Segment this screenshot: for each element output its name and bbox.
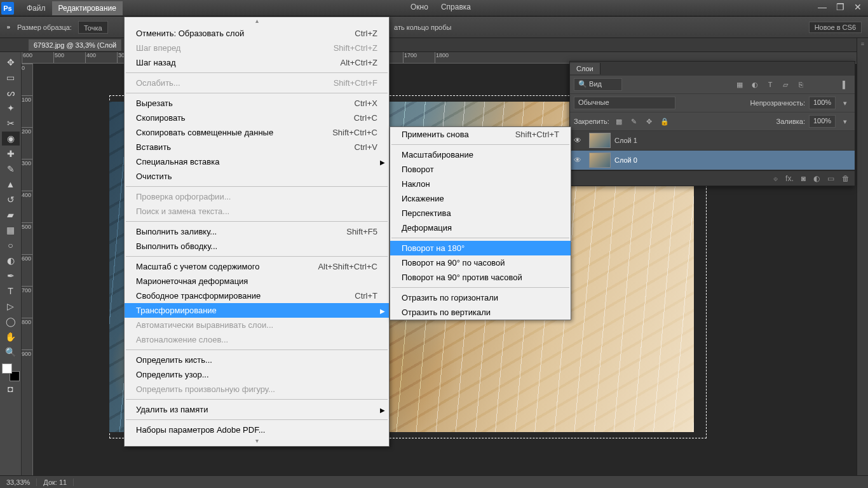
- eraser-tool[interactable]: ▰: [2, 208, 20, 222]
- menu-item[interactable]: Выполнить заливку...Shift+F5: [125, 224, 389, 239]
- quickmask-tool[interactable]: ◘: [2, 382, 20, 396]
- right-dock[interactable]: ≡: [857, 38, 868, 475]
- menu-window[interactable]: Окно: [404, 0, 435, 14]
- fill-arrow-icon[interactable]: ▾: [839, 116, 851, 127]
- type-tool[interactable]: T: [2, 284, 20, 298]
- lock-all-icon[interactable]: 🔒: [659, 116, 670, 127]
- menu-item[interactable]: Свободное трансформированиеCtrl+T: [125, 288, 389, 303]
- menu-item[interactable]: Трансформирование▶: [125, 303, 389, 318]
- layer-row[interactable]: 👁Слой 0: [570, 151, 855, 170]
- menu-item[interactable]: Перспектива: [390, 206, 571, 220]
- doc-info[interactable]: Док: 11: [37, 478, 74, 486]
- eyedropper-tool[interactable]: ◉: [2, 132, 20, 146]
- menu-item[interactable]: Определить узор...: [125, 367, 389, 382]
- layer-filter-dropdown[interactable]: 🔍 Вид: [574, 78, 622, 91]
- sample-size-dropdown[interactable]: Точка: [78, 21, 108, 34]
- new-layer-icon[interactable]: 🗑: [842, 174, 850, 183]
- menu-item[interactable]: Искажение: [390, 191, 571, 206]
- visibility-icon[interactable]: 👁: [574, 156, 585, 165]
- history-brush-tool[interactable]: ↺: [2, 193, 20, 207]
- filter-type-icon[interactable]: T: [764, 79, 776, 90]
- menu-edit[interactable]: Редактирование: [52, 1, 123, 15]
- menu-item[interactable]: Наклон: [390, 177, 571, 191]
- layer-thumbnail[interactable]: [589, 152, 611, 168]
- layer-name[interactable]: Слой 1: [614, 137, 637, 144]
- menu-scroll-down[interactable]: ▾: [125, 437, 389, 446]
- lock-position-icon[interactable]: ✥: [644, 116, 655, 127]
- menu-item[interactable]: СкопироватьCtrl+C: [125, 111, 389, 125]
- stamp-tool[interactable]: ▲: [2, 177, 20, 191]
- lock-pixels-icon[interactable]: ▩: [613, 116, 625, 127]
- pen-tool[interactable]: ✒: [2, 269, 20, 283]
- menu-item[interactable]: Деформация: [390, 220, 571, 235]
- blend-mode-dropdown[interactable]: Обычные: [574, 97, 675, 109]
- fill-field[interactable]: 100%: [809, 115, 836, 128]
- menu-item[interactable]: Отменить: Образовать слойCtrl+Z: [125, 26, 389, 41]
- minimize-button[interactable]: —: [813, 3, 831, 14]
- layer-name[interactable]: Слой 0: [614, 156, 637, 164]
- menu-item[interactable]: Поворот: [390, 162, 571, 177]
- menu-item[interactable]: Поворот на 90° по часовой: [390, 255, 571, 270]
- menu-item[interactable]: Марионеточная деформация: [125, 274, 389, 288]
- dodge-tool[interactable]: ◐: [2, 254, 20, 268]
- menu-item[interactable]: ВырезатьCtrl+X: [125, 96, 389, 111]
- crop-tool[interactable]: ✂: [2, 116, 20, 130]
- marquee-tool[interactable]: ▭: [2, 71, 20, 85]
- layers-tab[interactable]: Слои: [570, 63, 600, 74]
- menu-item[interactable]: Специальная вставка▶: [125, 154, 389, 169]
- filter-toggle[interactable]: ▌: [839, 79, 851, 90]
- filter-pixel-icon[interactable]: ▦: [734, 79, 745, 90]
- shape-tool[interactable]: ◯: [2, 315, 20, 329]
- foreground-color[interactable]: [2, 363, 12, 374]
- maximize-button[interactable]: ❐: [831, 3, 849, 14]
- menu-item[interactable]: Удалить из памяти▶: [125, 402, 389, 417]
- menu-file[interactable]: Файл: [20, 1, 52, 15]
- brush-tool[interactable]: ✎: [2, 162, 20, 176]
- document-tab[interactable]: 67932.jpg @ 33,3% (Слой: [29, 39, 122, 51]
- menu-scroll-up[interactable]: ▴: [125, 17, 389, 26]
- menu-item[interactable]: Масштаб с учетом содержимогоAlt+Shift+Ct…: [125, 259, 389, 274]
- mask-icon[interactable]: ◙: [801, 174, 806, 183]
- lock-brush-icon[interactable]: ✎: [628, 116, 640, 127]
- menu-help[interactable]: Справка: [435, 0, 477, 14]
- menu-item[interactable]: Отразить по вертикали: [390, 305, 571, 320]
- blur-tool[interactable]: ○: [2, 238, 20, 252]
- close-button[interactable]: ✕: [849, 3, 867, 14]
- menu-item[interactable]: Масштабирование: [390, 147, 571, 162]
- menu-item[interactable]: Отразить по горизонтали: [390, 290, 571, 305]
- filter-smart-icon[interactable]: ⎘: [795, 79, 806, 90]
- path-tool[interactable]: ▷: [2, 299, 20, 313]
- wand-tool[interactable]: ✦: [2, 101, 20, 115]
- menu-item[interactable]: Поворот на 90° против часовой: [390, 270, 571, 285]
- filter-shape-icon[interactable]: ▱: [780, 79, 791, 90]
- new-in-cs6-dropdown[interactable]: Новое в CS6: [809, 22, 862, 33]
- menu-item[interactable]: Шаг назадAlt+Ctrl+Z: [125, 55, 389, 70]
- color-swatches[interactable]: [2, 363, 20, 381]
- menu-item[interactable]: Очистить: [125, 169, 389, 184]
- adjustment-icon[interactable]: ◐: [813, 174, 820, 183]
- menu-item[interactable]: Скопировать совмещенные данныеShift+Ctrl…: [125, 125, 389, 140]
- menu-item[interactable]: Поворот на 180°: [390, 241, 571, 255]
- zoom-tool[interactable]: 🔍: [2, 345, 20, 359]
- link-icon[interactable]: ⟐: [773, 174, 778, 183]
- layer-row[interactable]: 👁Слой 1: [570, 131, 855, 151]
- menu-item[interactable]: Выполнить обводку...: [125, 239, 389, 254]
- lasso-tool[interactable]: ᔕ: [2, 86, 20, 100]
- menu-item[interactable]: Применить сноваShift+Ctrl+T: [390, 127, 571, 142]
- layer-thumbnail[interactable]: [589, 133, 611, 148]
- heal-tool[interactable]: ✚: [2, 147, 20, 161]
- zoom-level[interactable]: 33,33%: [0, 478, 37, 486]
- menu-item[interactable]: Определить кисть...: [125, 353, 389, 367]
- visibility-icon[interactable]: 👁: [574, 136, 585, 145]
- fx-icon[interactable]: fx.: [785, 174, 794, 183]
- opacity-arrow-icon[interactable]: ▾: [839, 97, 851, 109]
- menu-item-label: Применить снова: [402, 129, 515, 140]
- move-tool[interactable]: ✥: [2, 55, 20, 69]
- menu-item[interactable]: ВставитьCtrl+V: [125, 140, 389, 154]
- menu-item[interactable]: Наборы параметров Adobe PDF...: [125, 423, 389, 437]
- group-icon[interactable]: ▭: [827, 174, 834, 183]
- hand-tool[interactable]: ✋: [2, 330, 20, 344]
- opacity-field[interactable]: 100%: [809, 97, 836, 109]
- filter-adjust-icon[interactable]: ◐: [749, 79, 761, 90]
- gradient-tool[interactable]: ▦: [2, 223, 20, 237]
